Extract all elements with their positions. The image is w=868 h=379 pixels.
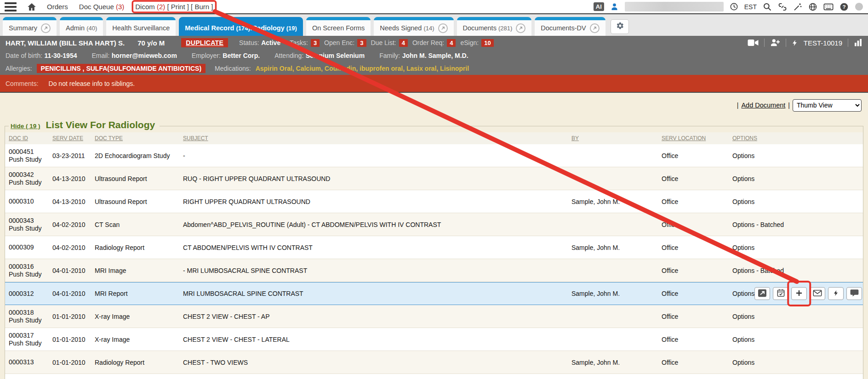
options-link[interactable]: Options — [732, 359, 754, 366]
tab-documents-dv[interactable]: Documents-DV — [535, 17, 605, 36]
quick-action-lightning-icon[interactable] — [792, 39, 798, 47]
serv-location-cell: Office — [658, 359, 729, 366]
lightning-button[interactable] — [828, 287, 844, 300]
tab-medical-record[interactable]: Medical Record (174):Radiology (19) — [179, 17, 303, 36]
column-header-serv-location[interactable]: SERV LOCATION — [658, 135, 729, 141]
external-link-icon[interactable] — [590, 23, 600, 33]
options-link[interactable]: Options — [732, 313, 754, 320]
demo-date-of-birth: Date of birth: 11-30-1954 — [6, 51, 77, 60]
document-row-0000316[interactable]: 0000316Push Study04-01-2010MRI Image- MR… — [5, 259, 863, 282]
calendar-check-button[interactable] — [773, 287, 788, 300]
options-link[interactable]: Options — [732, 175, 754, 182]
add-document-link[interactable]: Add Document — [741, 102, 785, 109]
tab-documents[interactable]: Documents (281) — [457, 17, 532, 36]
hide-list-link[interactable]: Hide ( 19 ) — [11, 123, 40, 130]
options-link[interactable]: Options — [732, 336, 754, 343]
allergies-value[interactable]: PENICILLINS , SULFA(SULFONAMIDE ANTIBIOT… — [37, 64, 206, 73]
status-label: Status: — [239, 39, 259, 46]
tab-admin[interactable]: Admin (40) — [60, 17, 103, 36]
document-row-0000313[interactable]: 000031301-01-2010Radiology ReportCHEST -… — [5, 351, 863, 374]
doc-type-cell: X-ray Image — [91, 336, 179, 343]
column-header-doc-type[interactable]: DOC TYPE — [91, 135, 179, 141]
serv-date-cell: 04-13-2010 — [49, 175, 91, 182]
document-row-0000451[interactable]: 0000451Push Study03-23-20112D Echocardio… — [5, 144, 863, 167]
counter-badge[interactable]: 3 — [357, 39, 366, 47]
table-body: 0000451Push Study03-23-20112D Echocardio… — [5, 144, 863, 379]
help-icon[interactable]: ? — [839, 2, 849, 11]
keyboard-icon[interactable] — [823, 3, 834, 11]
by-cell: Sample, John M. — [568, 198, 658, 205]
comment-icon — [850, 289, 859, 298]
document-row-0000312[interactable]: 000031204-01-2010MRI ReportMRI LUMBOSACR… — [5, 282, 863, 305]
document-row-0000318[interactable]: 0000318Push Study01-01-2010X-ray ImageCH… — [5, 305, 863, 328]
presence-dot — [855, 2, 863, 11]
options-link[interactable]: Options — [732, 290, 754, 297]
search-icon[interactable] — [763, 2, 772, 11]
counter-tasks: Tasks:3 — [290, 39, 320, 47]
tab-health-surveillance[interactable]: Health Surveillance — [106, 17, 176, 36]
options-cell: Options - Batched — [729, 221, 863, 228]
globe-icon[interactable] — [808, 2, 817, 11]
external-link-icon[interactable] — [41, 23, 51, 33]
list-title: List View For Radiology — [46, 119, 155, 130]
subject-cell: - MRI LUMBOSACRAL SPINE CONTRAST — [179, 267, 568, 274]
envelope-button[interactable] — [810, 287, 825, 300]
hamburger-menu-icon[interactable] — [5, 2, 17, 11]
counter-badge[interactable]: 3 — [311, 39, 320, 47]
lightning-icon — [833, 289, 839, 299]
nav-item-orders[interactable]: Orders — [47, 3, 68, 11]
column-header-doc-id[interactable]: DOC ID — [5, 135, 49, 141]
tab-on-screen-forms[interactable]: On Screen Forms — [306, 17, 371, 36]
demo-family: Family: John M. Sample, M.D. — [379, 51, 468, 60]
ai-badge[interactable]: AI — [594, 2, 604, 11]
external-link-icon[interactable] — [516, 23, 525, 33]
home-icon[interactable] — [27, 2, 37, 11]
plus-button[interactable] — [791, 287, 807, 300]
external-link-icon[interactable] — [438, 23, 448, 33]
column-header-by[interactable]: BY — [568, 135, 658, 141]
by-cell: Sample, John M. — [568, 290, 658, 297]
options-link[interactable]: Options — [732, 152, 754, 159]
image-viewer-button[interactable] — [754, 287, 770, 300]
document-row-0000343[interactable]: 0000343Push Study04-02-2010CT ScanAbdome… — [5, 213, 863, 236]
subject-cell: RIGHT UPPER QUADRANT ULTRASOUND — [179, 198, 568, 205]
tab-settings-gear-button[interactable] — [611, 19, 629, 34]
column-header-serv-date[interactable]: SERV DATE — [49, 135, 91, 141]
clock-icon[interactable] — [730, 2, 738, 11]
options-link[interactable]: Options - Batched — [732, 221, 784, 228]
doc-type-cell: MRI Image — [91, 267, 179, 274]
document-row-0000309[interactable]: 000030904-02-2010Radiology ReportCT ABDO… — [5, 236, 863, 259]
nav-item-dicom[interactable]: Dicom (2) [ Print ] [ Burn ] — [135, 3, 213, 11]
document-row-0000342[interactable]: 0000342Push Study04-13-2010Ultrasound Re… — [5, 167, 863, 190]
bar-chart-icon[interactable] — [854, 39, 862, 47]
document-row-0000317[interactable]: 0000317Push Study01-01-2010X-ray ImageCH… — [5, 328, 863, 351]
thumb-view-select[interactable]: Thumb View — [793, 99, 862, 112]
document-row-0000310[interactable]: 000031004-13-2010Ultrasound ReportRIGHT … — [5, 190, 863, 213]
demo-attending: Attending: Selenium Selenium — [274, 51, 365, 60]
medications-list[interactable]: Aspirin Oral, Calcium, Coumadin, ibuprof… — [256, 65, 469, 72]
counter-esign: eSign:10 — [460, 39, 493, 47]
options-link[interactable]: Options - Batched — [732, 267, 784, 274]
document-row-0000100[interactable]: 000010011-06-2009Ultrasound ReportSeleni… — [5, 374, 863, 379]
comment-button[interactable] — [846, 287, 862, 300]
options-cell: Options — [729, 313, 863, 320]
options-link[interactable]: Options — [732, 198, 754, 205]
wand-icon[interactable] — [793, 2, 802, 11]
tab-needs-signed[interactable]: Needs Signed (14) — [374, 17, 453, 36]
counter-badge[interactable]: 4 — [447, 39, 456, 47]
counter-badge[interactable]: 10 — [481, 39, 493, 47]
counter-badge[interactable]: 4 — [399, 39, 408, 47]
nav-item-doc-queue[interactable]: Doc Queue (3) — [79, 3, 124, 11]
column-header-subject[interactable]: SUBJECT — [179, 135, 568, 141]
doc-id-cell: 0000316Push Study — [5, 263, 49, 278]
column-header-options[interactable]: OPTIONS — [729, 135, 863, 141]
options-link[interactable]: Options — [732, 244, 754, 251]
doc-id-cell: 0000313 — [5, 358, 49, 366]
tab-summary[interactable]: Summary — [3, 17, 57, 36]
add-user-icon[interactable] — [770, 39, 780, 47]
link-icon[interactable] — [778, 2, 787, 11]
duplicate-badge[interactable]: DUPLICATE — [181, 38, 228, 47]
doc-type-cell: MRI Report — [91, 290, 179, 297]
user-icon[interactable] — [610, 2, 619, 11]
video-camera-icon[interactable] — [748, 39, 759, 47]
